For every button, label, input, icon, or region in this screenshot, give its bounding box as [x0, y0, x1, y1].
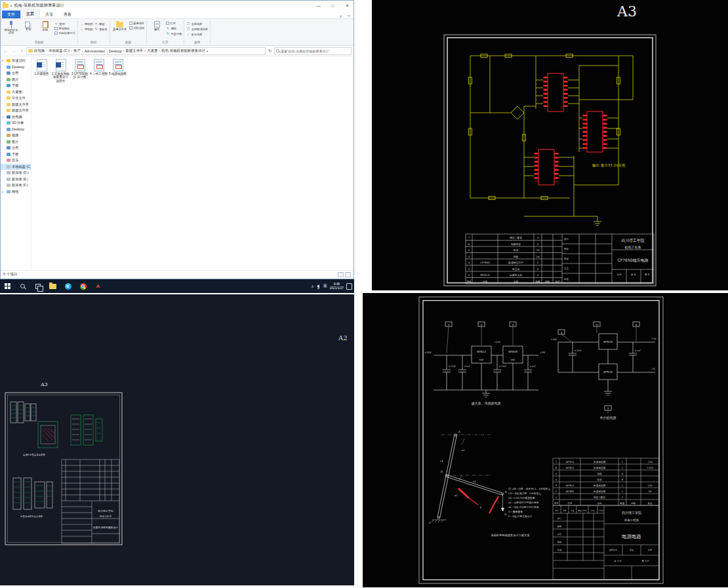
new-folder-button[interactable]: 新建文件夹 [112, 20, 128, 40]
sidebar-item-downloads[interactable]: 下载 [1, 83, 31, 89]
sidebar-group-this-pc[interactable]: ▾ 此电脑 [1, 114, 31, 121]
sidebar-item-music[interactable]: 音乐 [1, 157, 31, 164]
cad-viewport-cf7650[interactable]: A3 输出 最大33.2V左右 7稳压二极管4 6电解电 [372, 0, 728, 290]
select-none-button[interactable]: ☐ 全部取消选择 [186, 27, 208, 31]
view-thumbnails-icon[interactable] [345, 272, 351, 277]
cut-button[interactable]: ✂ 剪切 [54, 22, 75, 26]
sidebar-item-volume-d[interactable]: 新加卷 (D:) [1, 170, 31, 176]
breadcrumb-segment[interactable]: 用户 [70, 49, 81, 53]
sidebar-item-folder[interactable]: 新建文件夹 [1, 108, 31, 114]
sidebar-item-pictures[interactable]: 图片 [1, 139, 31, 146]
rename-button[interactable]: ✎ 重命名 [94, 27, 108, 31]
breadcrumb-segment[interactable]: 此电脑 [34, 49, 45, 53]
open-button[interactable]: 打开 [166, 22, 182, 25]
cad-viewport-power[interactable]: 1 2 3 +24V +12V +5V WT812 GND WT805 GND … [363, 293, 728, 587]
file-list[interactable]: 1.开题报告 2.装载机智能称重量设计 说明书 3.CF7650稳压 设计图 4… [31, 56, 354, 270]
edit-button[interactable]: ✎ 编辑 [166, 26, 182, 30]
sidebar-item-folder[interactable]: 凡素图 [1, 89, 31, 96]
sidebar-item-desktop[interactable]: Desktop [1, 127, 31, 133]
taskbar-edge[interactable]: e [60, 279, 75, 293]
paste-shortcut-button[interactable]: 粘贴快捷方式 [54, 31, 75, 35]
taskbar-clock[interactable]: 9:48 2021/1/27 [330, 283, 344, 290]
forward-button[interactable]: → [10, 49, 17, 53]
expand-arrow-icon[interactable]: ▸ [2, 190, 5, 193]
sidebar-item-videos[interactable]: 视频 [1, 132, 31, 139]
copy-button[interactable]: 复制 [20, 20, 36, 40]
breadcrumb-dropdown-icon[interactable]: ▾ [207, 49, 209, 53]
breadcrumb-segment[interactable]: Administrator [81, 49, 106, 53]
close-button[interactable]: ✕ [341, 1, 354, 10]
copy-icon [25, 22, 30, 28]
breadcrumb-segment[interactable]: Desktop [105, 49, 122, 53]
back-button[interactable]: ← [3, 49, 9, 53]
file-item[interactable]: 3.CF7650稳压 设计图 [71, 59, 89, 79]
sidebar-group-network[interactable]: ▸ 网络 [1, 189, 31, 195]
file-item[interactable]: 2.装载机智能称重量设计 说明书 [52, 59, 70, 83]
up-button[interactable]: ↑ [18, 49, 25, 53]
collapse-arrow-icon[interactable]: ▾ [2, 59, 5, 62]
group-label-clipboard: 剪贴板 [3, 40, 75, 46]
copy-path-button[interactable]: 复制路径 [54, 27, 75, 30]
sidebar-item-folder[interactable]: 新建文件夹 [1, 102, 31, 108]
quick-access-toolbar-arrow[interactable]: ▾ [10, 4, 12, 8]
maximize-button[interactable]: □ [327, 1, 339, 10]
select-all-button[interactable]: ☐ 全部选择 [186, 22, 208, 26]
search-input[interactable] [281, 49, 350, 53]
easy-access-button[interactable]: 轻松访问 [129, 26, 144, 29]
taskbar-search-button[interactable] [15, 279, 30, 293]
sidebar-item-desktop[interactable]: Desktop [1, 64, 31, 71]
sidebar-item-folder[interactable]: 毕业文件 [1, 95, 31, 102]
title-bar[interactable]: ▾ 机电-装载机智能称重量设计 — □ ✕ [1, 1, 354, 10]
ime-indicator[interactable]: 英 [323, 283, 327, 289]
sidebar-item-3d-objects[interactable]: 3D 对象 [1, 120, 31, 127]
tab-home[interactable]: 主页 [20, 9, 40, 18]
tray-expand-icon[interactable]: ∧ [311, 284, 313, 288]
search-box[interactable] [274, 47, 352, 55]
breadcrumb-segment[interactable]: 凡素要 [143, 49, 157, 53]
tab-view[interactable]: 查看 [58, 10, 77, 18]
breadcrumb-segment[interactable]: 本地磁盘 (C:) [45, 49, 70, 53]
sidebar-item-local-disk-c[interactable]: 本地磁盘 (C:) [1, 164, 31, 170]
sidebar-item-pictures[interactable]: 图片 [1, 77, 31, 83]
volume-icon[interactable] [317, 284, 319, 288]
sidebar-group-quick-access[interactable]: ▾ 快速访问 [1, 58, 31, 64]
view-details-icon[interactable] [338, 272, 344, 277]
sidebar-item-documents[interactable]: 文档 [1, 70, 31, 77]
properties-button[interactable]: 属性 [149, 20, 165, 40]
paste-button[interactable]: 粘贴 [37, 20, 53, 40]
task-view-button[interactable] [30, 279, 45, 293]
help-icon[interactable]: ? [345, 14, 352, 18]
sidebar-item-volume-f[interactable]: 新加卷 (F:) [1, 182, 31, 189]
breadcrumb[interactable]: 此电脑 本地磁盘 (C:) 用户 Administrator Desktop 新… [26, 47, 266, 55]
delete-button[interactable]: ✕ 删除 [94, 22, 108, 26]
file-item[interactable]: 1.开题报告 [33, 59, 51, 75]
collapse-arrow-icon[interactable]: ▾ [2, 115, 5, 119]
move-to-button[interactable]: → 移动到 [80, 22, 93, 26]
new-item-button[interactable]: 新建项目 [129, 22, 144, 25]
taskbar-file-explorer[interactable] [45, 279, 60, 293]
action-center-icon[interactable] [346, 283, 352, 290]
start-button[interactable] [0, 279, 15, 293]
breadcrumb-segment[interactable]: 机电-装载机智能称重量设计 [157, 49, 205, 53]
refresh-icon[interactable]: ↻ [267, 49, 273, 54]
breadcrumb-segment[interactable]: 新建文件夹 [122, 49, 144, 53]
cad-viewport-mechanical[interactable]: A2 A3 装载机称重装置装配图 称重传感器安装位置图 四川理工学院 机电工程系… [0, 294, 354, 585]
taskbar-chrome[interactable] [75, 279, 91, 293]
ribbon-collapse-icon[interactable]: ∧ [336, 14, 344, 18]
pin-to-quick-access-button[interactable]: 固定到快速访问 [3, 20, 19, 40]
history-button[interactable]: ↻ 历史记录 [166, 31, 182, 35]
item-count: 5 个项目 [3, 272, 336, 277]
sidebar-item-volume-e[interactable]: 新加卷 (E:) [1, 176, 31, 183]
file-item[interactable]: 5.电源电路图 [109, 59, 127, 75]
invert-selection-button[interactable]: ✓ 反向选择 [186, 32, 208, 36]
tab-file[interactable]: 文件 [2, 10, 20, 18]
tab-share[interactable]: 共享 [40, 10, 58, 18]
copy-to-button[interactable]: → 复制到 [80, 27, 93, 31]
svg-text:CD—油缸推力臂，C为铰接点: CD—油缸推力臂，C为铰接点 [508, 492, 541, 495]
minimize-button[interactable]: — [312, 1, 325, 10]
taskbar-autocad[interactable]: A [91, 279, 106, 293]
file-item[interactable]: 4.二维工程图 [90, 59, 108, 75]
sidebar-item-documents[interactable]: 文档 [1, 145, 31, 151]
sidebar-item-downloads[interactable]: 下载 [1, 151, 31, 158]
new-folder-icon [116, 22, 123, 28]
